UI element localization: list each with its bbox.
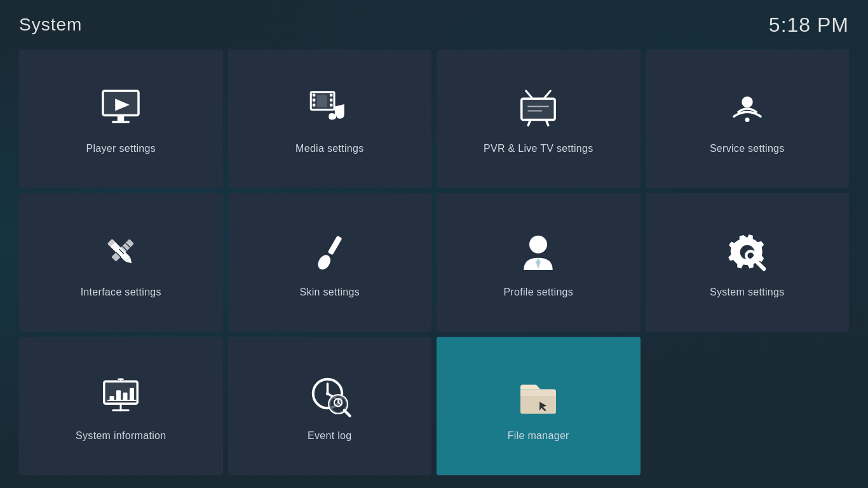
skin-icon	[304, 227, 355, 278]
clock-display: 5:18 PM	[769, 13, 849, 37]
settings-grid: Player settings Media settings	[0, 44, 868, 488]
svg-rect-45	[110, 396, 114, 400]
page-title: System	[19, 15, 82, 35]
media-icon	[304, 83, 355, 134]
skin-settings-label: Skin settings	[299, 287, 360, 298]
file-manager-label: File manager	[508, 430, 569, 442]
svg-point-22	[742, 97, 753, 108]
svg-rect-13	[317, 95, 327, 107]
svg-rect-7	[313, 93, 315, 96]
svg-point-35	[529, 236, 547, 254]
svg-rect-10	[330, 93, 332, 96]
svg-rect-48	[130, 388, 134, 400]
pvr-settings-label: PVR & Live TV settings	[484, 143, 593, 154]
svg-rect-47	[123, 393, 128, 400]
system-settings-icon	[722, 227, 773, 278]
svg-rect-2	[118, 116, 125, 121]
player-icon	[95, 83, 146, 134]
service-icon	[722, 83, 773, 134]
svg-rect-8	[313, 98, 315, 101]
system-information-label: System information	[76, 430, 166, 442]
system-info-icon	[95, 370, 146, 421]
tile-system-information[interactable]: System information	[19, 337, 223, 475]
svg-line-19	[544, 91, 551, 98]
event-log-icon	[304, 370, 355, 421]
player-settings-label: Player settings	[86, 143, 156, 154]
svg-rect-11	[330, 98, 332, 101]
tile-media-settings[interactable]: Media settings	[228, 50, 432, 188]
profile-icon	[513, 227, 564, 278]
tile-service-settings[interactable]: Service settings	[646, 50, 850, 188]
svg-line-18	[526, 91, 533, 98]
file-manager-icon	[513, 370, 564, 421]
svg-rect-9	[313, 104, 315, 106]
svg-rect-12	[330, 104, 332, 106]
svg-rect-3	[112, 121, 130, 123]
svg-rect-15	[522, 98, 555, 119]
svg-point-23	[745, 118, 749, 122]
event-log-label: Event log	[308, 430, 351, 442]
tile-event-log[interactable]: Event log	[228, 337, 432, 475]
pvr-icon	[513, 83, 564, 134]
svg-rect-46	[116, 390, 121, 400]
tile-system-settings[interactable]: System settings	[646, 193, 850, 332]
tile-pvr-settings[interactable]: PVR & Live TV settings	[437, 50, 641, 188]
interface-icon	[95, 227, 146, 278]
tile-player-settings[interactable]: Player settings	[19, 50, 223, 188]
tile-profile-settings[interactable]: Profile settings	[437, 193, 641, 332]
svg-line-59	[344, 410, 350, 416]
media-settings-label: Media settings	[295, 143, 363, 154]
tile-skin-settings[interactable]: Skin settings	[228, 193, 432, 332]
system-settings-label: System settings	[710, 287, 784, 298]
service-settings-label: Service settings	[710, 143, 785, 154]
interface-settings-label: Interface settings	[81, 287, 161, 298]
svg-point-56	[326, 392, 329, 395]
tile-interface-settings[interactable]: Interface settings	[19, 193, 223, 332]
svg-rect-32	[327, 236, 342, 255]
empty-tile	[646, 337, 850, 475]
tile-file-manager[interactable]: File manager	[437, 337, 641, 475]
profile-settings-label: Profile settings	[503, 287, 573, 298]
